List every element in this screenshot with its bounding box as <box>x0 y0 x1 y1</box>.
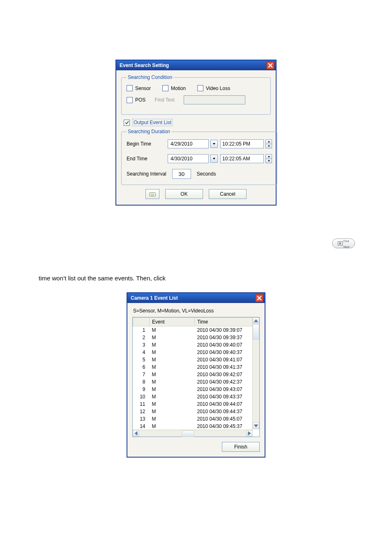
row-time: 2010 04/30 09:43:07 <box>195 386 253 393</box>
dialog-title: Event Search Setting <box>120 62 169 68</box>
camera-event-list-dialog: Camera 1 Event List S=Sensor, M=Motion, … <box>127 292 265 458</box>
close-icon <box>268 63 273 68</box>
table-row[interactable]: 7M2010 04/30 09:42:07 <box>133 371 253 378</box>
triangle-down-icon <box>267 145 270 148</box>
searching-interval-input[interactable] <box>172 169 191 179</box>
sensor-checkbox[interactable]: Sensor <box>127 85 151 91</box>
spin-up-button[interactable] <box>265 139 272 144</box>
table-row[interactable]: 14M2010 04/30 09:45:37 <box>133 423 253 430</box>
row-number: 11 <box>133 400 150 408</box>
row-event: M <box>150 356 195 363</box>
horizontal-scrollbar[interactable] <box>133 430 253 437</box>
scroll-up-button[interactable] <box>253 317 259 324</box>
scroll-thumb[interactable] <box>253 324 259 340</box>
begin-time-input[interactable]: 10:22:05 PM <box>220 139 264 148</box>
row-number: 5 <box>133 356 150 363</box>
col-event-header[interactable]: Event <box>150 318 195 326</box>
row-number: 9 <box>133 386 150 393</box>
searching-duration-group: Searching Duration Begin Time 4/29/2010 … <box>121 129 277 185</box>
cancel-label: Cancel <box>220 191 235 197</box>
output-event-list-checkbox[interactable] <box>124 120 130 126</box>
scroll-left-button[interactable] <box>133 430 139 437</box>
event-search-setting-dialog: Event Search Setting Searching Condition… <box>115 60 277 206</box>
scroll-thumb[interactable] <box>182 430 194 437</box>
end-date-value: 4/30/2010 <box>171 156 192 162</box>
sensor-label: Sensor <box>135 86 151 91</box>
find-text-label: Find Text <box>154 97 174 103</box>
table-row[interactable]: 13M2010 04/30 09:45:07 <box>133 415 253 423</box>
row-time: 2010 04/30 09:39:37 <box>195 334 253 341</box>
row-time: 2010 04/30 09:41:07 <box>195 356 253 363</box>
pos-label: POS <box>135 97 145 103</box>
end-date-drop-button[interactable] <box>210 155 218 163</box>
table-row[interactable]: 12M2010 04/30 09:44:37 <box>133 408 253 415</box>
end-date-combo[interactable]: 4/30/2010 <box>168 154 209 163</box>
row-event: M <box>150 423 195 430</box>
searching-interval-label: Searching Interval <box>127 171 166 177</box>
triangle-down-icon <box>267 160 270 162</box>
table-row[interactable]: 11M2010 04/30 09:44:07 <box>133 400 253 408</box>
triangle-up-icon <box>267 140 270 143</box>
find-next-button[interactable]: Find Next <box>332 238 355 248</box>
close-button[interactable] <box>255 294 263 302</box>
row-time: 2010 04/30 09:45:07 <box>195 415 253 423</box>
row-time: 2010 04/30 09:44:37 <box>195 408 253 415</box>
row-time: 2010 04/30 09:39:07 <box>195 326 253 334</box>
table-row[interactable]: 3M2010 04/30 09:40:07 <box>133 341 253 349</box>
check-icon <box>125 120 129 125</box>
table-row[interactable]: 6M2010 04/30 09:41:37 <box>133 363 253 371</box>
cancel-button[interactable]: Cancel <box>209 189 247 199</box>
spin-down-button[interactable] <box>265 144 272 149</box>
find-text-input <box>184 95 245 104</box>
row-number: 8 <box>133 378 150 386</box>
begin-date-value: 4/29/2010 <box>171 141 192 147</box>
motion-checkbox[interactable]: Motion <box>162 85 186 91</box>
table-row[interactable]: 5M2010 04/30 09:41:07 <box>133 356 253 363</box>
begin-time-spinner[interactable] <box>265 139 272 148</box>
begin-date-combo[interactable]: 4/29/2010 <box>168 139 209 148</box>
close-button[interactable] <box>266 61 274 69</box>
keyboard-button[interactable] <box>145 189 159 199</box>
end-time-input[interactable]: 10:22:05 AM <box>220 154 264 163</box>
row-event: M <box>150 415 195 423</box>
row-number: 1 <box>133 326 150 334</box>
col-number-header[interactable] <box>133 318 150 326</box>
begin-date-drop-button[interactable] <box>210 140 218 148</box>
spin-up-button[interactable] <box>265 154 272 159</box>
spin-down-button[interactable] <box>265 159 272 164</box>
video-loss-checkbox[interactable]: Video Loss <box>197 85 230 91</box>
finish-button[interactable]: Finish <box>222 442 260 452</box>
body-text: time won’t list out the same events. The… <box>39 275 392 282</box>
finish-label: Finish <box>234 444 247 450</box>
event-list-table: Event Time 1M2010 04/30 09:39:072M2010 0… <box>133 317 253 430</box>
table-row[interactable]: 10M2010 04/30 09:43:37 <box>133 393 253 400</box>
vertical-scrollbar[interactable] <box>252 317 259 429</box>
row-time: 2010 04/30 09:40:37 <box>195 349 253 356</box>
searching-duration-legend: Searching Duration <box>127 129 171 134</box>
scroll-down-button[interactable] <box>253 423 259 429</box>
video-loss-label: Video Loss <box>206 86 230 91</box>
triangle-up-icon <box>253 318 259 324</box>
ok-button[interactable]: OK <box>165 189 203 199</box>
table-row[interactable]: 4M2010 04/30 09:40:37 <box>133 349 253 356</box>
row-event: M <box>150 341 195 349</box>
checkbox-icon <box>127 85 133 91</box>
end-time-spinner[interactable] <box>265 154 272 163</box>
table-row[interactable]: 9M2010 04/30 09:43:07 <box>133 386 253 393</box>
legend-text: S=Sensor, M=Motion, VL=VideoLoss <box>133 308 260 314</box>
table-row[interactable]: 8M2010 04/30 09:42:37 <box>133 378 253 386</box>
row-number: 3 <box>133 341 150 349</box>
begin-time-value: 10:22:05 PM <box>222 141 250 147</box>
chevron-down-icon <box>212 142 216 146</box>
row-event: M <box>150 378 195 386</box>
row-event: M <box>150 408 195 415</box>
table-row[interactable]: 2M2010 04/30 09:39:37 <box>133 334 253 341</box>
table-row[interactable]: 1M2010 04/30 09:39:07 <box>133 326 253 334</box>
col-time-header[interactable]: Time <box>195 318 253 326</box>
end-time-value: 10:22:05 AM <box>222 156 250 162</box>
pos-checkbox[interactable]: POS <box>127 97 145 103</box>
row-time: 2010 04/30 09:42:07 <box>195 371 253 378</box>
scroll-right-button[interactable] <box>246 430 253 437</box>
output-event-list-label: Output Event List <box>132 119 173 126</box>
searching-condition-group: Searching Condition Sensor Motion Video … <box>121 74 271 115</box>
